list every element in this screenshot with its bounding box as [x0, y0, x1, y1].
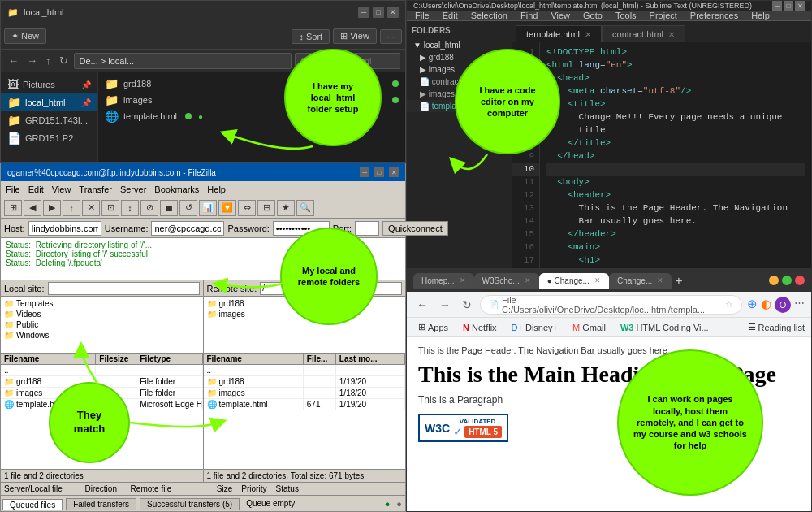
fz-tb-filter[interactable]: 🔽 [218, 200, 236, 216]
sublime-menu-help[interactable]: Help [748, 11, 773, 20]
fe-path-input[interactable] [74, 53, 292, 69]
fe-view-btn[interactable]: ⊞ View [333, 28, 377, 44]
browser-refresh-btn[interactable]: ↻ [459, 297, 475, 313]
fz-tb-bookmark[interactable]: ★ [277, 200, 295, 216]
browser-tab-change2-close[interactable]: ✕ [657, 276, 663, 284]
fz-menu-view[interactable]: View [52, 184, 71, 194]
fz-tb-opendiag[interactable]: 📊 [199, 200, 217, 216]
fz-maximize-btn[interactable]: □ [374, 167, 384, 177]
sublime-menu-edit[interactable]: Edit [439, 11, 461, 20]
fe-file-images[interactable]: 📁 images [102, 92, 402, 108]
sublime-menu-view[interactable]: View [547, 11, 573, 20]
sublime-tab-template[interactable]: template.html ✕ [516, 25, 602, 42]
sublime-file-contract[interactable]: 📄 contract.html [407, 76, 512, 88]
fe-back-btn[interactable]: ← [6, 54, 21, 67]
sublime-maximize-btn[interactable]: □ [784, 1, 793, 11]
sublime-file-template-active[interactable]: 📄 template.html [407, 100, 512, 112]
browser-new-tab-btn[interactable]: + [672, 274, 685, 289]
fz-local-path[interactable] [48, 282, 200, 295]
browser-tab-w3[interactable]: W3Scho... ✕ [474, 273, 539, 289]
bm-netflix[interactable]: N Netflix [458, 321, 502, 334]
fz-remote-path[interactable] [260, 282, 402, 295]
sublime-minimize-btn[interactable]: ─ [772, 1, 782, 11]
fe-file-template[interactable]: 🌐 template.html ● [102, 108, 402, 124]
fz-remote-tree-grd188[interactable]: 📁 grd188 [207, 298, 403, 309]
sublime-tab-contract[interactable]: contract.html ✕ [602, 25, 685, 42]
fz-local-tree-windows[interactable]: 📁 Windows [4, 330, 200, 341]
fz-remote-tree-images[interactable]: 📁 images [207, 309, 403, 319]
fz-local-file-dotdot[interactable]: .. [1, 365, 203, 376]
fe-search-input[interactable] [295, 53, 400, 69]
fz-remote-file-images[interactable]: 📁images 1/18/20 [204, 388, 406, 399]
bm-gmail[interactable]: M Gmail [568, 321, 611, 334]
fe-sidebar-item-localhtml[interactable]: 📁 local_html 📌 [1, 93, 97, 111]
sublime-folder-grd188[interactable]: ▶ grd188 [407, 51, 512, 63]
fz-local-tree-videos[interactable]: 📁 Videos [4, 309, 200, 319]
fe-sidebar-item-grd[interactable]: 📁 GRD151.T43I... [1, 111, 97, 129]
browser-forward-btn[interactable]: → [436, 297, 454, 313]
browser-tab-change2[interactable]: Change... ✕ [609, 273, 672, 289]
fz-menu-bookmarks[interactable]: Bookmarks [154, 184, 199, 194]
fz-tab-failed[interactable]: Failed transfers [66, 498, 136, 510]
browser-back-btn[interactable]: ← [413, 297, 431, 313]
browser-reading-list[interactable]: ☰ Reading list [748, 322, 805, 332]
fz-minimize-btn[interactable]: ─ [360, 167, 369, 177]
fz-menu-file[interactable]: File [6, 184, 20, 194]
fe-more-btn[interactable]: ··· [380, 29, 402, 44]
sublime-close-btn[interactable]: ✕ [795, 1, 805, 11]
fz-tb-btn3[interactable]: ▶ [43, 200, 61, 216]
fz-remote-file-dotdot[interactable]: .. [204, 365, 406, 376]
fz-local-file-grd188[interactable]: 📁grd188 File folder [1, 376, 203, 388]
fz-menu-help[interactable]: Help [207, 184, 226, 194]
fz-pass-input[interactable] [273, 221, 330, 236]
fz-tb-btn4[interactable]: ↑ [63, 200, 80, 216]
fz-local-tree-templates[interactable]: 📁 Templates [4, 298, 200, 309]
browser-maximize-btn[interactable] [782, 276, 792, 285]
fz-tb-split[interactable]: ⊟ [257, 200, 275, 216]
sublime-menu-goto[interactable]: Goto [580, 11, 606, 20]
browser-tab-home[interactable]: Homep... ✕ [413, 273, 474, 289]
sublime-menu-find[interactable]: Find [517, 11, 541, 20]
sublime-menu-tools[interactable]: Tools [612, 11, 640, 20]
fz-tb-btn5[interactable]: ✕ [82, 200, 100, 216]
fz-tb-search[interactable]: 🔍 [296, 200, 314, 216]
bm-w3[interactable]: W3 HTML Coding Vi... [615, 321, 714, 334]
sublime-code-area[interactable]: <!DOCTYPE html> <html lang="en"> <head> … [540, 42, 811, 296]
fz-tb-btn7[interactable]: ↕ [121, 200, 139, 216]
fe-close-btn[interactable]: ✕ [387, 7, 399, 18]
sublime-menu-preferences[interactable]: Preferences [687, 11, 741, 20]
browser-tab-home-close[interactable]: ✕ [460, 276, 466, 284]
fe-maximize-btn[interactable]: □ [373, 7, 384, 18]
sublime-folder-images2[interactable]: ▶ images [407, 88, 512, 100]
fe-forward-btn[interactable]: → [24, 54, 40, 67]
fz-tb-openmanager[interactable]: ⊞ [4, 200, 22, 216]
fz-menu-transfer[interactable]: Transfer [79, 184, 112, 194]
sublime-folder-images[interactable]: ▶ images [407, 63, 512, 76]
fz-tb-cancel[interactable]: ⏹ [160, 200, 178, 216]
fz-menu-server[interactable]: Server [120, 184, 146, 194]
fe-new-btn[interactable]: ✦ New [4, 28, 46, 44]
fe-file-grd188[interactable]: 📁 grd188 [102, 76, 402, 92]
fz-local-file-images[interactable]: 📁images File folder [1, 388, 203, 399]
bm-apps[interactable]: ⊞ Apps [413, 320, 453, 334]
star-icon[interactable]: ☆ [725, 299, 733, 310]
fz-tb-dirsync[interactable]: ⇔ [238, 200, 256, 216]
fz-menu-edit[interactable]: Edit [28, 184, 44, 194]
browser-address-bar[interactable]: 📄 File C:/Users/olivi/OneDrive/Desktop/l… [480, 295, 742, 315]
fz-close-btn[interactable]: ✕ [389, 167, 399, 177]
sublime-tab-contract-close[interactable]: ✕ [668, 30, 675, 39]
fz-quickconnect-btn[interactable]: Quickconnect [382, 221, 448, 236]
fz-tab-queued[interactable]: Queued files [2, 499, 63, 510]
fz-host-input[interactable] [28, 221, 102, 236]
browser-minimize-btn[interactable] [769, 276, 779, 285]
fe-sidebar-item-pictures[interactable]: 🖼 Pictures 📌 [1, 76, 97, 93]
fz-tb-btn2[interactable]: ◀ [24, 200, 41, 216]
fz-local-file-template[interactable]: 🌐template.html 700 Microsoft Edge HT [1, 399, 203, 410]
fz-local-tree-public[interactable]: 📁 Public [4, 319, 200, 330]
browser-close-btn[interactable] [795, 276, 805, 285]
fe-sidebar-item-grd2[interactable]: 📄 GRD151.P2 [1, 129, 97, 147]
fe-minimize-btn[interactable]: ─ [358, 7, 369, 18]
sublime-folder-localhtml[interactable]: ▼ local_html [407, 39, 512, 51]
browser-menu-btn[interactable]: ⋯ [794, 297, 805, 313]
fz-user-input[interactable] [151, 221, 224, 236]
